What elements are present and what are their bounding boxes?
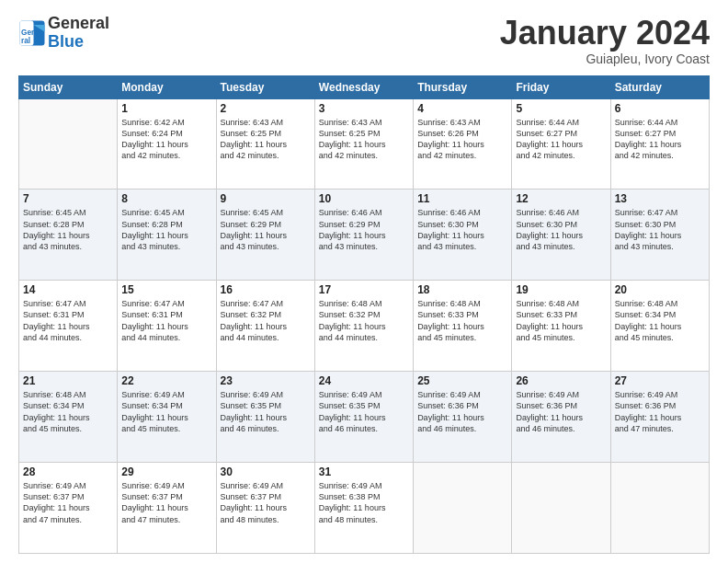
table-row: 18Sunrise: 6:48 AM Sunset: 6:33 PM Dayli…	[414, 281, 512, 372]
cell-info: Sunrise: 6:44 AM Sunset: 6:27 PM Dayligh…	[516, 117, 606, 162]
day-header-tuesday: Tuesday	[216, 75, 314, 98]
day-number: 24	[319, 374, 409, 387]
cell-info: Sunrise: 6:46 AM Sunset: 6:30 PM Dayligh…	[516, 207, 606, 252]
day-number: 3	[319, 102, 409, 115]
table-row: 14Sunrise: 6:47 AM Sunset: 6:31 PM Dayli…	[19, 281, 118, 372]
cell-info: Sunrise: 6:45 AM Sunset: 6:28 PM Dayligh…	[121, 207, 211, 252]
logo-icon: Gene ral	[18, 19, 46, 47]
table-row: 31Sunrise: 6:49 AM Sunset: 6:38 PM Dayli…	[314, 463, 413, 554]
day-number: 23	[221, 374, 311, 387]
table-row: 21Sunrise: 6:48 AM Sunset: 6:34 PM Dayli…	[19, 372, 118, 463]
day-number: 29	[121, 465, 211, 478]
table-row: 28Sunrise: 6:49 AM Sunset: 6:37 PM Dayli…	[19, 463, 118, 554]
day-number: 19	[516, 283, 606, 296]
day-number: 22	[121, 374, 211, 387]
cell-info: Sunrise: 6:47 AM Sunset: 6:32 PM Dayligh…	[221, 298, 311, 343]
table-row: 20Sunrise: 6:48 AM Sunset: 6:34 PM Dayli…	[610, 281, 709, 372]
page: Gene ral General Blue January 2024 Guiap…	[0, 0, 728, 563]
table-row: 22Sunrise: 6:49 AM Sunset: 6:34 PM Dayli…	[118, 372, 216, 463]
table-row	[19, 98, 118, 190]
table-row: 19Sunrise: 6:48 AM Sunset: 6:33 PM Dayli…	[512, 281, 610, 372]
cell-info: Sunrise: 6:48 AM Sunset: 6:32 PM Dayligh…	[319, 298, 409, 343]
day-header-monday: Monday	[118, 75, 216, 98]
day-number: 12	[516, 192, 606, 205]
table-row: 16Sunrise: 6:47 AM Sunset: 6:32 PM Dayli…	[216, 281, 314, 372]
day-number: 16	[221, 283, 311, 296]
table-row: 13Sunrise: 6:47 AM Sunset: 6:30 PM Dayli…	[610, 190, 709, 281]
day-number: 8	[121, 192, 211, 205]
table-row: 2Sunrise: 6:43 AM Sunset: 6:25 PM Daylig…	[216, 98, 314, 190]
day-number: 6	[615, 102, 705, 115]
cell-info: Sunrise: 6:47 AM Sunset: 6:31 PM Dayligh…	[23, 298, 113, 343]
day-number: 14	[23, 283, 113, 296]
day-number: 30	[221, 465, 311, 478]
table-row: 8Sunrise: 6:45 AM Sunset: 6:28 PM Daylig…	[118, 190, 216, 281]
table-row: 17Sunrise: 6:48 AM Sunset: 6:32 PM Dayli…	[314, 281, 413, 372]
day-number: 5	[516, 102, 606, 115]
table-row: 25Sunrise: 6:49 AM Sunset: 6:36 PM Dayli…	[414, 372, 512, 463]
table-row: 15Sunrise: 6:47 AM Sunset: 6:31 PM Dayli…	[118, 281, 216, 372]
calendar-table: SundayMondayTuesdayWednesdayThursdayFrid…	[18, 75, 710, 554]
cell-info: Sunrise: 6:49 AM Sunset: 6:38 PM Dayligh…	[319, 480, 409, 525]
table-row: 4Sunrise: 6:43 AM Sunset: 6:26 PM Daylig…	[414, 98, 512, 190]
cell-info: Sunrise: 6:49 AM Sunset: 6:36 PM Dayligh…	[516, 389, 606, 434]
cell-info: Sunrise: 6:49 AM Sunset: 6:37 PM Dayligh…	[23, 480, 113, 525]
cell-info: Sunrise: 6:48 AM Sunset: 6:33 PM Dayligh…	[417, 298, 507, 343]
table-row	[512, 463, 610, 554]
day-number: 31	[319, 465, 409, 478]
cell-info: Sunrise: 6:49 AM Sunset: 6:34 PM Dayligh…	[121, 389, 211, 434]
table-row	[610, 463, 709, 554]
cell-info: Sunrise: 6:43 AM Sunset: 6:25 PM Dayligh…	[221, 117, 311, 162]
day-number: 25	[417, 374, 507, 387]
day-header-sunday: Sunday	[19, 75, 118, 98]
cell-info: Sunrise: 6:45 AM Sunset: 6:28 PM Dayligh…	[23, 207, 113, 252]
cell-info: Sunrise: 6:43 AM Sunset: 6:25 PM Dayligh…	[319, 117, 409, 162]
cell-info: Sunrise: 6:44 AM Sunset: 6:27 PM Dayligh…	[615, 117, 705, 162]
day-number: 11	[417, 192, 507, 205]
day-number: 10	[319, 192, 409, 205]
cell-info: Sunrise: 6:48 AM Sunset: 6:34 PM Dayligh…	[23, 389, 113, 434]
day-number: 18	[417, 283, 507, 296]
table-row: 26Sunrise: 6:49 AM Sunset: 6:36 PM Dayli…	[512, 372, 610, 463]
logo: Gene ral General Blue	[18, 15, 109, 52]
logo-blue: Blue	[48, 32, 84, 51]
header: Gene ral General Blue January 2024 Guiap…	[18, 15, 710, 66]
day-header-saturday: Saturday	[610, 75, 709, 98]
day-number: 21	[23, 374, 113, 387]
table-row: 1Sunrise: 6:42 AM Sunset: 6:24 PM Daylig…	[118, 98, 216, 190]
day-header-wednesday: Wednesday	[314, 75, 413, 98]
cell-info: Sunrise: 6:49 AM Sunset: 6:37 PM Dayligh…	[121, 480, 211, 525]
table-row: 27Sunrise: 6:49 AM Sunset: 6:36 PM Dayli…	[610, 372, 709, 463]
table-row: 7Sunrise: 6:45 AM Sunset: 6:28 PM Daylig…	[19, 190, 118, 281]
cell-info: Sunrise: 6:48 AM Sunset: 6:33 PM Dayligh…	[516, 298, 606, 343]
cell-info: Sunrise: 6:49 AM Sunset: 6:35 PM Dayligh…	[319, 389, 409, 434]
table-row: 30Sunrise: 6:49 AM Sunset: 6:37 PM Dayli…	[216, 463, 314, 554]
day-number: 7	[23, 192, 113, 205]
day-header-friday: Friday	[512, 75, 610, 98]
day-number: 26	[516, 374, 606, 387]
table-row: 29Sunrise: 6:49 AM Sunset: 6:37 PM Dayli…	[118, 463, 216, 554]
table-row: 9Sunrise: 6:45 AM Sunset: 6:29 PM Daylig…	[216, 190, 314, 281]
day-number: 20	[615, 283, 705, 296]
title-block: January 2024 Guiapleu, Ivory Coast	[500, 15, 710, 66]
day-number: 9	[221, 192, 311, 205]
svg-text:Gene: Gene	[21, 28, 40, 36]
cell-info: Sunrise: 6:46 AM Sunset: 6:29 PM Dayligh…	[319, 207, 409, 252]
day-number: 13	[615, 192, 705, 205]
cell-info: Sunrise: 6:42 AM Sunset: 6:24 PM Dayligh…	[121, 117, 211, 162]
cell-info: Sunrise: 6:43 AM Sunset: 6:26 PM Dayligh…	[417, 117, 507, 162]
table-row: 10Sunrise: 6:46 AM Sunset: 6:29 PM Dayli…	[314, 190, 413, 281]
cell-info: Sunrise: 6:48 AM Sunset: 6:34 PM Dayligh…	[615, 298, 705, 343]
cell-info: Sunrise: 6:46 AM Sunset: 6:30 PM Dayligh…	[417, 207, 507, 252]
logo-text: General Blue	[48, 15, 109, 52]
day-number: 1	[121, 102, 211, 115]
cell-info: Sunrise: 6:49 AM Sunset: 6:36 PM Dayligh…	[417, 389, 507, 434]
table-row: 5Sunrise: 6:44 AM Sunset: 6:27 PM Daylig…	[512, 98, 610, 190]
day-number: 27	[615, 374, 705, 387]
day-number: 17	[319, 283, 409, 296]
cell-info: Sunrise: 6:45 AM Sunset: 6:29 PM Dayligh…	[221, 207, 311, 252]
calendar-subtitle: Guiapleu, Ivory Coast	[500, 52, 710, 66]
logo-general: General	[48, 14, 109, 32]
svg-text:ral: ral	[21, 36, 30, 44]
cell-info: Sunrise: 6:49 AM Sunset: 6:37 PM Dayligh…	[221, 480, 311, 525]
